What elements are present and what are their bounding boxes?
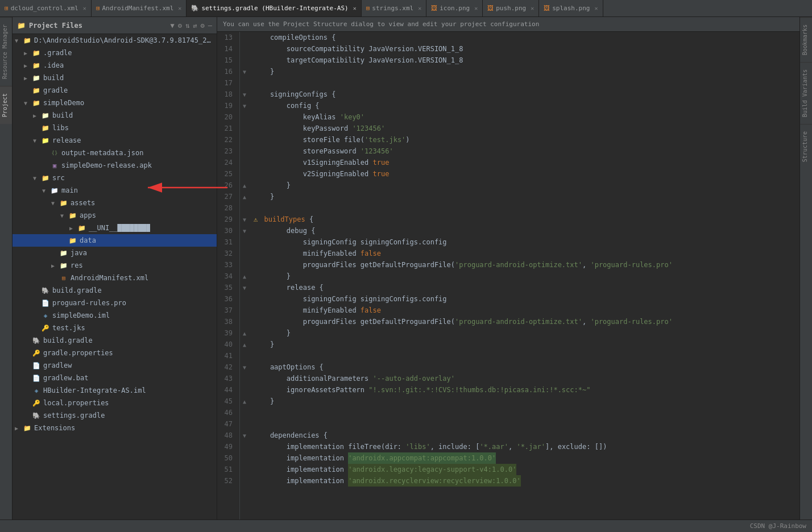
tab-close-icon[interactable]: ✕ bbox=[418, 5, 421, 11]
code-token: 'proguard-android-optimize.txt' bbox=[455, 259, 582, 271]
tab-close-icon[interactable]: ✕ bbox=[474, 5, 478, 11]
tree-item-simpledemo_release[interactable]: ▼📁release bbox=[13, 134, 217, 147]
tree-arrow-icon[interactable]: ▼ bbox=[60, 213, 68, 219]
code-line: compileOptions { bbox=[254, 32, 795, 43]
tree-item-uni_dir[interactable]: ▶📁__UNI__████████ bbox=[13, 222, 217, 234]
tree-item-simpledemo_build[interactable]: ▶📁build bbox=[13, 109, 217, 122]
tree-item-gradlew_bat[interactable]: 📄gradlew.bat bbox=[13, 372, 217, 384]
tab-close-icon[interactable]: ✕ bbox=[531, 5, 534, 11]
tree-arrow-icon[interactable]: ▼ bbox=[15, 38, 23, 44]
tree-item-extensions[interactable]: ▶📁Extensions bbox=[13, 422, 217, 434]
code-line: keyAlias 'key0' bbox=[254, 111, 795, 123]
tree-label: build.gradle bbox=[52, 286, 102, 294]
structure-label[interactable]: Structure bbox=[800, 124, 812, 169]
tree-item-hbuilder_iml[interactable]: ◈HBuilder-Integrate-AS.iml bbox=[13, 384, 217, 397]
tree-item-build_gradle_root[interactable]: 🐘build.gradle bbox=[13, 334, 217, 347]
tree-item-idea_dir[interactable]: ▶📁.idea bbox=[13, 59, 217, 72]
tab-splash-png[interactable]: 🖼 splash.png ✕ bbox=[539, 0, 603, 17]
tree-item-build_gradle[interactable]: 🐘build.gradle bbox=[13, 284, 217, 297]
tree-arrow-icon[interactable]: ▶ bbox=[33, 113, 41, 119]
tab-close-icon[interactable]: ✕ bbox=[594, 5, 598, 11]
code-content[interactable]: compileOptions { sourceCompatibility Jav… bbox=[249, 32, 799, 519]
tree-item-assets_dir[interactable]: ▼📁assets bbox=[13, 197, 217, 209]
tree-arrow-icon[interactable]: ▶ bbox=[24, 50, 32, 56]
tree-item-src_dir[interactable]: ▼📁src bbox=[13, 172, 217, 184]
tree-item-settings_gradle_file[interactable]: 🐘settings.gradle bbox=[13, 409, 217, 422]
tree-item-simpledemo_iml[interactable]: ◈simpleDemo.iml bbox=[13, 309, 217, 322]
tree-item-java_dir[interactable]: 📁java bbox=[13, 247, 217, 259]
tree-item-apk_file[interactable]: ▣simpleDemo-release.apk bbox=[13, 159, 217, 172]
tab-close-icon[interactable]: ✕ bbox=[83, 5, 86, 11]
fold-cell[interactable]: ▼ bbox=[240, 214, 249, 225]
tree-item-androidmanifest_file[interactable]: ⊞AndroidManifest.xml bbox=[13, 272, 217, 284]
tree-item-gradle_dir[interactable]: ▶📁.gradle bbox=[13, 47, 217, 59]
fold-cell[interactable]: ▼ bbox=[240, 225, 249, 236]
tree-item-test_jks[interactable]: 🔑test.jks bbox=[13, 322, 217, 334]
fold-cell[interactable]: ▼ bbox=[240, 361, 249, 373]
tree-item-proguard[interactable]: 📄proguard-rules.pro bbox=[13, 297, 217, 309]
code-line bbox=[254, 77, 795, 89]
fold-cell[interactable]: ▲ bbox=[240, 180, 249, 191]
fold-cell[interactable]: ▼ bbox=[240, 430, 249, 441]
tree-arrow-icon[interactable]: ▼ bbox=[33, 138, 41, 144]
code-line: sourceCompatibility JavaVersion.VERSION_… bbox=[254, 43, 795, 55]
tree-item-build_dir[interactable]: ▶📁build bbox=[13, 72, 217, 84]
fold-cell[interactable]: ▲ bbox=[240, 339, 249, 350]
tree-item-gradle_prop[interactable]: 🔑gradle.properties bbox=[13, 347, 217, 359]
file-icon: 📁 bbox=[23, 37, 32, 44]
tree-item-res_dir[interactable]: ▶📁res bbox=[13, 259, 217, 272]
gear-icon[interactable]: ⚙ bbox=[178, 22, 182, 30]
minimize-icon[interactable]: — bbox=[208, 22, 212, 30]
settings-icon[interactable]: ⚙ bbox=[201, 22, 205, 30]
tree-arrow-icon[interactable]: ▶ bbox=[24, 75, 32, 81]
fold-cell[interactable]: ▼ bbox=[240, 66, 249, 77]
collapse-icon[interactable]: ⇄ bbox=[193, 22, 197, 30]
file-icon: 🐘 bbox=[32, 337, 41, 344]
fold-cell[interactable]: ▲ bbox=[240, 191, 249, 202]
tab-push-png[interactable]: 🖼 push.png ✕ bbox=[483, 0, 539, 17]
tree-item-main_dir[interactable]: ▼📁main bbox=[13, 184, 217, 197]
tree-item-output_metadata[interactable]: {}output-metadata.json bbox=[13, 147, 217, 159]
build-variants-label[interactable]: Build Variants bbox=[800, 62, 812, 124]
tab-dcloud[interactable]: ⊞ dcloud_control.xml ✕ bbox=[0, 0, 92, 17]
tree-item-data_dir[interactable]: 📁data bbox=[13, 234, 217, 247]
fold-cell[interactable]: ▲ bbox=[240, 271, 249, 282]
tree-item-simpledemo_libs[interactable]: 📁libs bbox=[13, 122, 217, 134]
fold-cell[interactable]: ▲ bbox=[240, 396, 249, 407]
code-token: 'androidx.recyclerview:recyclerview:1.0.… bbox=[348, 475, 520, 487]
fold-cell[interactable]: ▼ bbox=[240, 100, 249, 111]
tree-arrow-icon[interactable]: ▶ bbox=[24, 63, 32, 69]
dropdown-arrow-icon[interactable]: ▼ bbox=[171, 22, 175, 30]
tab-strings-xml[interactable]: ⊞ strings.xml ✕ bbox=[362, 0, 427, 17]
tree-item-local_prop[interactable]: 🔑local.properties bbox=[13, 397, 217, 409]
tree-arrow-icon[interactable]: ▶ bbox=[69, 225, 77, 231]
tab-icon-png[interactable]: 🖼 icon.png ✕ bbox=[426, 0, 483, 17]
tree-arrow-icon[interactable]: ▶ bbox=[15, 425, 23, 431]
tree-item-apps_dir[interactable]: ▼📁apps bbox=[13, 209, 217, 222]
tree-arrow-icon[interactable]: ▼ bbox=[51, 200, 59, 206]
code-line: ⚠ buildTypes { bbox=[254, 214, 795, 225]
fold-cell[interactable]: ▼ bbox=[240, 89, 249, 100]
tree-arrow-icon[interactable]: ▶ bbox=[51, 263, 59, 269]
project-label[interactable]: Project bbox=[0, 86, 12, 124]
tab-close-icon[interactable]: ✕ bbox=[178, 5, 181, 11]
fold-cell[interactable]: ▲ bbox=[240, 327, 249, 339]
tree-item-gradle_dir2[interactable]: 📁gradle bbox=[13, 84, 217, 97]
resource-manager-label[interactable]: Resource Manager bbox=[0, 17, 12, 86]
tree-item-gradlew[interactable]: 📄gradlew bbox=[13, 359, 217, 372]
tree-label: build bbox=[43, 74, 64, 82]
tree-arrow-icon[interactable]: ▼ bbox=[42, 188, 50, 194]
fold-cell[interactable]: ▼ bbox=[240, 282, 249, 293]
tree-item-simpledemo[interactable]: ▼📁simpleDemo bbox=[13, 97, 217, 109]
xml-icon: ⊞ bbox=[5, 5, 9, 12]
code-token: 'proguard-android-optimize.txt' bbox=[455, 316, 582, 327]
file-icon: 📁 bbox=[41, 112, 50, 119]
tree-item-root[interactable]: ▼📁D:\AndroidStudio\Android-SDK@3.7.9.817… bbox=[13, 34, 217, 47]
tab-close-icon[interactable]: ✕ bbox=[353, 5, 357, 11]
tree-arrow-icon[interactable]: ▼ bbox=[24, 100, 32, 106]
tree-arrow-icon[interactable]: ▼ bbox=[33, 175, 41, 181]
tab-settings-gradle[interactable]: 🐘 settings.gradle (HBuilder-Integrate-AS… bbox=[187, 0, 361, 17]
expand-icon[interactable]: ⇅ bbox=[185, 22, 189, 30]
bookmarks-label[interactable]: Bookmarks bbox=[800, 17, 812, 62]
tab-androidmanifest[interactable]: ⊞ AndroidManifest.xml ✕ bbox=[92, 0, 187, 17]
